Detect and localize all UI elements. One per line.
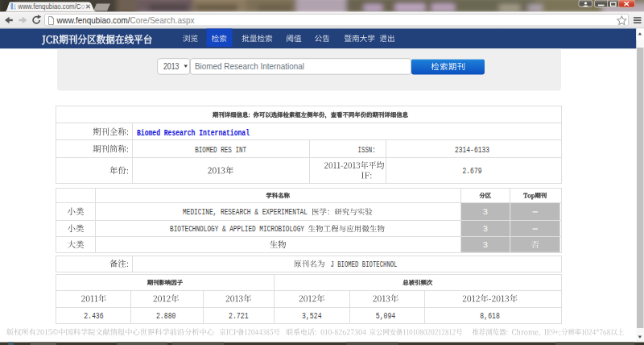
svg-text:3: 3 — [483, 240, 488, 250]
svg-text:3: 3 — [483, 207, 488, 217]
svg-text:2013: 2013 — [163, 62, 180, 71]
svg-text:MEDICINE, RESEARCH & EXPERIMEN: MEDICINE, RESEARCH & EXPERIMENTAL — [183, 207, 308, 217]
svg-text:2.436: 2.436 — [84, 311, 104, 321]
svg-text:3: 3 — [483, 224, 488, 234]
svg-text:o: o — [81, 2, 85, 10]
svg-text:BIOMED RES INT: BIOMED RES INT — [195, 145, 246, 155]
svg-text:Biomed Research International: Biomed Research International — [195, 62, 304, 71]
svg-text:Biomed Research International: Biomed Research International — [137, 128, 250, 138]
svg-text:3,524: 3,524 — [302, 311, 322, 321]
svg-text:J BIOMED BIOTECHNOL: J BIOMED BIOTECHNOL — [331, 260, 398, 269]
svg-text:2314-6133: 2314-6133 — [455, 145, 489, 155]
svg-text:BIOTECHNOLOGY & APPLIED MICROB: BIOTECHNOLOGY & APPLIED MICROBIOLOGY — [170, 224, 305, 234]
svg-text:ISSN:: ISSN: — [358, 145, 376, 155]
svg-text:2.880: 2.880 — [156, 311, 176, 321]
svg-text:www.fenqubiao.com/: www.fenqubiao.com/ — [56, 15, 131, 25]
svg-text:5,094: 5,094 — [376, 311, 396, 321]
svg-text:8,618: 8,618 — [480, 311, 500, 321]
svg-text:2.679: 2.679 — [463, 166, 482, 176]
svg-text:www.fenqubiao.com/C: www.fenqubiao.com/C — [18, 2, 81, 10]
svg-text:Core/Search.aspx: Core/Search.aspx — [130, 15, 195, 25]
svg-text:2.721: 2.721 — [229, 311, 249, 321]
